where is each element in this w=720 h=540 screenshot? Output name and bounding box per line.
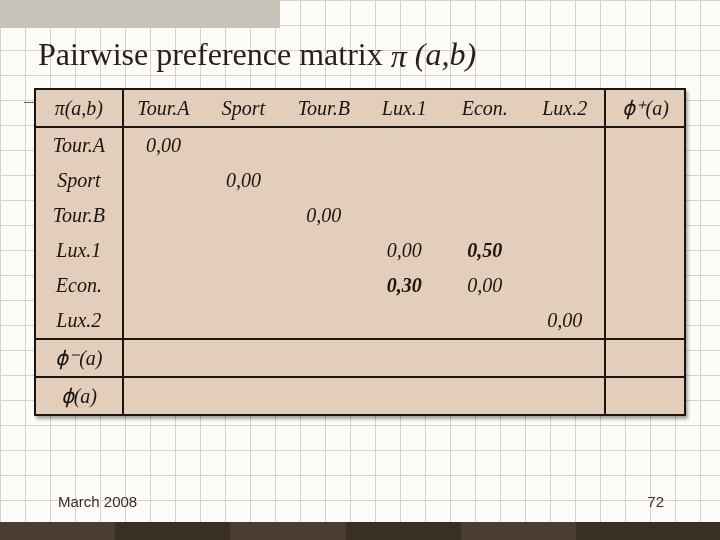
matrix-cell [445, 198, 525, 233]
matrix-cell [284, 268, 364, 303]
matrix-cell [203, 303, 283, 339]
row-header: Tour.A [36, 127, 123, 163]
col-header: Lux.1 [364, 90, 444, 127]
matrix-cell [123, 198, 203, 233]
phi-plus-cell [605, 163, 684, 198]
summary-cell [525, 377, 605, 414]
matrix-cell [203, 127, 283, 163]
matrix-cell [203, 233, 283, 268]
title-text: Pairwise preference matrix [38, 36, 391, 72]
col-header: Tour.B [284, 90, 364, 127]
col-header: Econ. [445, 90, 525, 127]
matrix-corner: π(a,b) [36, 90, 123, 127]
phi-plus-cell [605, 233, 684, 268]
summary-phi-cell [605, 339, 684, 377]
row-header: Tour.B [36, 198, 123, 233]
phi-plus-cell [605, 198, 684, 233]
pi-symbol: π [391, 38, 407, 75]
summary-cell [203, 339, 283, 377]
matrix-cell [364, 163, 444, 198]
summary-cell [284, 377, 364, 414]
matrix-cell [525, 198, 605, 233]
phi-net-row-header: ϕ(a) [36, 377, 123, 414]
row-header: Lux.2 [36, 303, 123, 339]
phi-plus-cell [605, 127, 684, 163]
slide: Pairwise preference matrix π (a,b) π(a,b… [0, 0, 720, 540]
matrix-cell [123, 268, 203, 303]
slide-title: Pairwise preference matrix π (a,b) [38, 36, 476, 73]
summary-cell [123, 377, 203, 414]
title-args: (a,b) [415, 36, 476, 72]
matrix-cell [525, 233, 605, 268]
row-header: Lux.1 [36, 233, 123, 268]
matrix-cell: 0,50 [445, 233, 525, 268]
matrix-cell [123, 233, 203, 268]
matrix-cell [284, 233, 364, 268]
col-header: Tour.A [123, 90, 203, 127]
matrix-cell [445, 303, 525, 339]
matrix-cell [284, 127, 364, 163]
row-header: Sport [36, 163, 123, 198]
slide-accent-bar [0, 0, 280, 28]
summary-cell [364, 339, 444, 377]
matrix-cell [445, 127, 525, 163]
matrix-cell: 0,00 [364, 233, 444, 268]
matrix-cell [284, 163, 364, 198]
matrix-cell: 0,00 [284, 198, 364, 233]
phi-plus-cell [605, 303, 684, 339]
summary-cell [123, 339, 203, 377]
preference-matrix: π(a,b)Tour.ASportTour.BLux.1Econ.Lux.2ϕ⁺… [34, 88, 686, 416]
matrix-cell [203, 198, 283, 233]
matrix-cell: 0,00 [203, 163, 283, 198]
footer-page-number: 72 [647, 493, 664, 510]
matrix-cell [123, 163, 203, 198]
summary-cell [364, 377, 444, 414]
footer-date: March 2008 [58, 493, 137, 510]
phi-plus-header: ϕ⁺(a) [605, 90, 684, 127]
phi-plus-cell [605, 268, 684, 303]
summary-cell [525, 339, 605, 377]
footer-stripe [0, 522, 720, 540]
phi-minus-row-header: ϕ⁻(a) [36, 339, 123, 377]
summary-cell [445, 377, 525, 414]
matrix-cell [203, 268, 283, 303]
summary-cell [284, 339, 364, 377]
matrix-cell: 0,00 [445, 268, 525, 303]
matrix-cell [525, 127, 605, 163]
matrix-table: π(a,b)Tour.ASportTour.BLux.1Econ.Lux.2ϕ⁺… [36, 90, 684, 414]
matrix-cell [525, 163, 605, 198]
matrix-cell [364, 198, 444, 233]
matrix-cell: 0,00 [525, 303, 605, 339]
matrix-cell [123, 303, 203, 339]
matrix-cell [284, 303, 364, 339]
row-header: Econ. [36, 268, 123, 303]
matrix-cell [445, 163, 525, 198]
matrix-cell [525, 268, 605, 303]
summary-cell [445, 339, 525, 377]
matrix-cell [364, 127, 444, 163]
col-header: Sport [203, 90, 283, 127]
col-header: Lux.2 [525, 90, 605, 127]
summary-cell [203, 377, 283, 414]
matrix-cell: 0,30 [364, 268, 444, 303]
summary-phi-cell [605, 377, 684, 414]
matrix-cell: 0,00 [123, 127, 203, 163]
matrix-cell [364, 303, 444, 339]
